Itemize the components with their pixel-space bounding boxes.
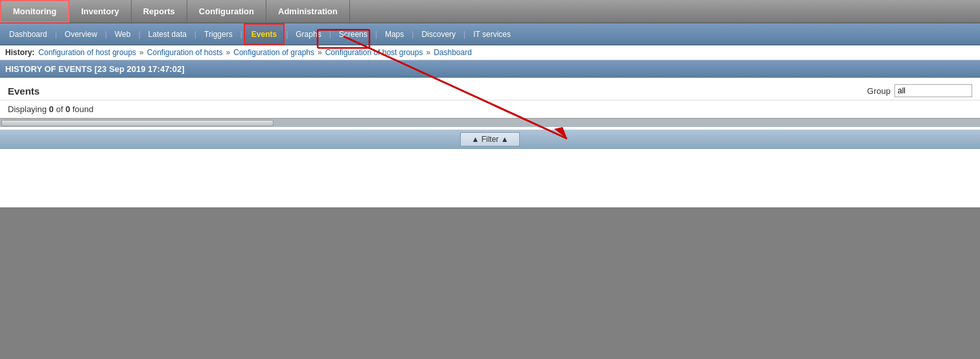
- breadcrumb-sep-3: »: [318, 48, 322, 57]
- nav-dashboard[interactable]: Dashboard: [3, 23, 54, 45]
- nav-sep-9: |: [410, 30, 415, 39]
- history-header: HISTORY OF EVENTS [23 Sep 2019 17:47:02]: [0, 60, 980, 78]
- breadcrumb-item-5[interactable]: Dashboard: [434, 48, 472, 57]
- scroll-thumb[interactable]: [1, 120, 274, 126]
- nav-sep-2: |: [104, 30, 108, 39]
- main-content: Events Group Displaying 0 of 0 found ▲ F…: [0, 78, 980, 207]
- group-label: Group: [867, 86, 891, 96]
- group-input[interactable]: [894, 84, 972, 97]
- nav-sep-5: |: [239, 30, 244, 39]
- nav-it-services[interactable]: IT services: [467, 23, 517, 45]
- found-label: found: [70, 104, 93, 114]
- breadcrumb-label: History:: [5, 48, 34, 57]
- displaying-text: Displaying 0 of 0 found: [0, 100, 980, 118]
- breadcrumb-bar: History: Configuration of host groups » …: [0, 45, 980, 60]
- bottom-gray-area: [0, 207, 980, 359]
- count1: 0: [49, 104, 54, 114]
- nav-sep-10: |: [462, 30, 467, 39]
- nav-inventory[interactable]: Inventory: [69, 0, 132, 23]
- breadcrumb-item-2[interactable]: Configuration of hosts: [147, 48, 223, 57]
- scroll-area: [0, 118, 980, 127]
- nav-maps[interactable]: Maps: [379, 23, 410, 45]
- breadcrumb-sep-4: »: [426, 48, 430, 57]
- breadcrumb-item-3[interactable]: Configuration of graphs: [233, 48, 314, 57]
- breadcrumb-item-4[interactable]: Configuration of host groups: [325, 48, 423, 57]
- nav-sep-1: |: [54, 30, 58, 39]
- events-header: Events Group: [0, 78, 980, 100]
- nav-sep-7: |: [328, 30, 332, 39]
- nav-graphs[interactable]: Graphs: [289, 23, 327, 45]
- filter-bar: ▲ Filter ▲: [0, 130, 980, 149]
- nav-events[interactable]: Events: [244, 23, 285, 45]
- breadcrumb-sep-2: »: [226, 48, 231, 57]
- nav-sep-3: |: [137, 30, 141, 39]
- nav-configuration[interactable]: Configuration: [187, 0, 266, 23]
- second-navigation: Dashboard | Overview | Web | Latest data…: [0, 23, 980, 45]
- events-title: Events: [8, 86, 40, 97]
- group-selector: Group: [867, 84, 972, 97]
- breadcrumb-item-1[interactable]: Configuration of host groups: [38, 48, 136, 57]
- nav-latest-data[interactable]: Latest data: [142, 23, 193, 45]
- of-label: of: [54, 104, 65, 114]
- nav-web[interactable]: Web: [108, 23, 137, 45]
- nav-administration[interactable]: Administration: [266, 0, 350, 23]
- nav-overview[interactable]: Overview: [58, 23, 104, 45]
- breadcrumb-sep-1: »: [139, 48, 144, 57]
- nav-monitoring[interactable]: Monitoring: [0, 0, 69, 23]
- nav-discovery[interactable]: Discovery: [415, 23, 462, 45]
- filter-button[interactable]: ▲ Filter ▲: [460, 132, 519, 146]
- nav-reports[interactable]: Reports: [132, 0, 187, 23]
- nav-sep-8: |: [374, 30, 379, 39]
- nav-sep-4: |: [193, 30, 198, 39]
- nav-screens[interactable]: Screens: [332, 23, 374, 45]
- nav-sep-6: |: [285, 30, 289, 39]
- top-navigation: Monitoring Inventory Reports Configurati…: [0, 0, 980, 23]
- nav-triggers[interactable]: Triggers: [198, 23, 239, 45]
- displaying-label: Displaying: [8, 104, 49, 114]
